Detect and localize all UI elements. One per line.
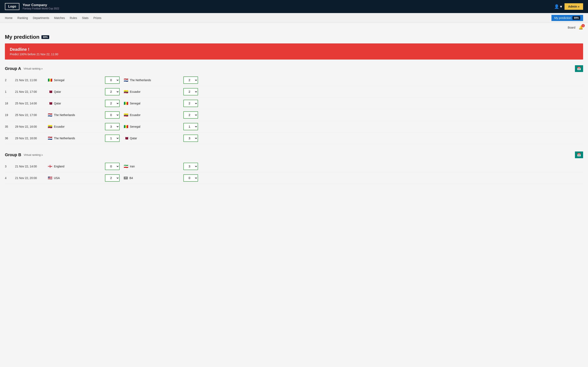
match-num-0-1: 1 — [5, 90, 15, 93]
match-row-1-1: 421 Nov 22, 20:00🇺🇸USA012345678910?B4012… — [5, 172, 583, 184]
team2-name-0-5: Qatar — [130, 137, 137, 140]
group-header-0: Group AVirtual ranking »📅 — [5, 65, 583, 72]
deadline-message: Predict 100% before 21 Nov 22, 11:00 — [10, 53, 578, 56]
my-prediction-nav-score: 99% — [572, 16, 580, 20]
score2-container-0-5: 012345678910 — [183, 134, 200, 142]
nav-rules[interactable]: Rules — [70, 16, 77, 20]
match-team2-0-1: 🇪🇨Ecuador — [124, 90, 181, 94]
match-row-0-5: 3629 Nov 22, 16:00🇳🇱The Netherlands01234… — [5, 133, 583, 144]
score2-select-1-1[interactable]: 012345678910 — [183, 174, 198, 182]
flag2-icon-0-4: 🇸🇳 — [124, 124, 128, 129]
flag2-icon-0-2: 🇸🇳 — [124, 101, 128, 106]
team2-name-1-1: B4 — [130, 176, 133, 180]
score2-select-0-5[interactable]: 012345678910 — [183, 134, 198, 142]
score1-select-1-0[interactable]: 012345678910 — [105, 163, 120, 170]
match-num-0-5: 36 — [5, 137, 15, 140]
match-team1-0-5: 🇳🇱The Netherlands — [48, 136, 105, 141]
calendar-button-1[interactable]: 📅 — [575, 151, 583, 158]
score1-select-0-2[interactable]: 012345678910 — [105, 100, 120, 107]
team1-name-1-1: USA — [54, 176, 60, 180]
group-header-left-1: Group BVirtual ranking » — [5, 152, 43, 157]
match-date-1-0: 21 Nov 22, 14:00 — [15, 165, 48, 168]
company-info: Your Company Fantasy Football World Cup … — [23, 3, 59, 10]
notification-count-badge: 1 — [581, 24, 585, 27]
score1-container-0-4: 012345678910 — [105, 123, 121, 130]
score2-select-0-0[interactable]: 012345678910 — [183, 76, 198, 84]
match-num-1-1: 4 — [5, 176, 15, 180]
bell-container: 🔔 1 — [579, 25, 583, 30]
match-team2-0-4: 🇸🇳Senegal — [124, 124, 181, 129]
score2-select-1-0[interactable]: 012345678910 — [183, 163, 198, 170]
nav-links: Home Ranking Departments Matches Rules S… — [5, 16, 101, 20]
nav-prizes[interactable]: Prizes — [94, 16, 102, 20]
group-section-0: Group AVirtual ranking »📅221 Nov 22, 11:… — [5, 65, 583, 144]
match-team1-0-1: 🇶🇦Qatar — [48, 90, 105, 94]
match-team1-0-0: 🇸🇳Senegal — [48, 78, 105, 82]
nav-home[interactable]: Home — [5, 16, 12, 20]
user-menu[interactable]: 👤 ▾ — [554, 4, 562, 9]
score1-select-0-3[interactable]: 012345678910 — [105, 111, 120, 119]
score1-container-0-3: 012345678910 — [105, 111, 121, 119]
group-title-0: Group A — [5, 66, 21, 71]
team1-name-0-1: Qatar — [54, 90, 61, 93]
flag2-icon-0-0: 🇳🇱 — [124, 78, 128, 82]
team2-name-0-0: The Netherlands — [130, 78, 151, 82]
header-left: Logo Your Company Fantasy Football World… — [5, 3, 59, 10]
toolbar: Board 🔔 1 — [0, 23, 588, 30]
team1-name-0-3: The Netherlands — [54, 113, 75, 117]
match-date-0-5: 29 Nov 22, 16:00 — [15, 137, 48, 140]
match-team2-0-5: 🇶🇦Qatar — [124, 136, 181, 141]
flag1-icon-1-0: 🏴󠁧󠁢󠁥󠁮󠁧󠁿 — [48, 164, 52, 169]
team2-name-0-1: Ecuador — [130, 90, 140, 93]
match-team2-0-0: 🇳🇱The Netherlands — [124, 78, 181, 82]
score2-select-0-3[interactable]: 012345678910 — [183, 111, 198, 119]
nav-matches[interactable]: Matches — [54, 16, 65, 20]
flag1-icon-1-1: 🇺🇸 — [48, 176, 52, 180]
my-prediction-nav-button[interactable]: My prediction 99% — [552, 15, 583, 21]
navigation: Home Ranking Departments Matches Rules S… — [0, 13, 588, 23]
admin-button[interactable]: Admin » — [564, 3, 583, 10]
virtual-ranking-1[interactable]: Virtual ranking » — [24, 153, 43, 156]
score2-select-0-4[interactable]: 012345678910 — [183, 123, 198, 130]
score1-select-0-1[interactable]: 012345678910 — [105, 88, 120, 95]
group-header-1: Group BVirtual ranking »📅 — [5, 151, 583, 158]
nav-stats[interactable]: Stats — [82, 16, 89, 20]
flag2-icon-0-1: 🇪🇨 — [124, 90, 128, 94]
team1-name-0-0: Senegal — [54, 78, 64, 82]
main-content: My prediction 99% Deadline ! Predict 100… — [0, 30, 588, 200]
nav-ranking[interactable]: Ranking — [17, 16, 28, 20]
calendar-button-0[interactable]: 📅 — [575, 65, 583, 72]
score1-container-1-0: 012345678910 — [105, 163, 121, 170]
score2-container-1-0: 012345678910 — [183, 163, 200, 170]
score1-container-0-2: 012345678910 — [105, 100, 121, 107]
score1-select-0-4[interactable]: 012345678910 — [105, 123, 120, 130]
match-team1-0-3: 🇳🇱The Netherlands — [48, 113, 105, 117]
flag2-icon-0-3: 🇪🇨 — [124, 113, 128, 117]
match-row-0-0: 221 Nov 22, 11:00🇸🇳Senegal012345678910🇳🇱… — [5, 75, 583, 86]
team2-name-0-4: Senegal — [130, 125, 140, 128]
match-team2-0-2: 🇸🇳Senegal — [124, 101, 181, 106]
page-title-text: My prediction — [5, 34, 39, 40]
match-row-0-3: 1925 Nov 22, 17:00🇳🇱The Netherlands01234… — [5, 109, 583, 121]
header-right: 👤 ▾ Admin » — [554, 3, 583, 10]
groups-container: Group AVirtual ranking »📅221 Nov 22, 11:… — [5, 65, 583, 184]
match-date-1-1: 21 Nov 22, 20:00 — [15, 176, 48, 180]
score1-container-0-1: 012345678910 — [105, 88, 121, 95]
flag1-icon-0-5: 🇳🇱 — [48, 136, 52, 141]
match-date-0-2: 25 Nov 22, 14:00 — [15, 102, 48, 105]
score1-select-1-1[interactable]: 012345678910 — [105, 174, 120, 182]
virtual-ranking-0[interactable]: Virtual ranking » — [24, 67, 43, 70]
score2-select-0-1[interactable]: 012345678910 — [183, 88, 198, 95]
match-date-0-0: 21 Nov 22, 11:00 — [15, 78, 48, 82]
page-score-badge: 99% — [42, 35, 49, 39]
match-team1-0-2: 🇶🇦Qatar — [48, 101, 105, 106]
score2-select-0-2[interactable]: 012345678910 — [183, 100, 198, 107]
match-team1-1-1: 🇺🇸USA — [48, 176, 105, 180]
team2-name-0-3: Ecuador — [130, 113, 140, 117]
board-link[interactable]: Board — [568, 26, 575, 29]
match-num-0-3: 19 — [5, 113, 15, 117]
score1-container-0-5: 012345678910 — [105, 134, 121, 142]
score1-select-0-5[interactable]: 012345678910 — [105, 134, 120, 142]
score1-select-0-0[interactable]: 012345678910 — [105, 76, 120, 84]
nav-departments[interactable]: Departments — [33, 16, 49, 20]
